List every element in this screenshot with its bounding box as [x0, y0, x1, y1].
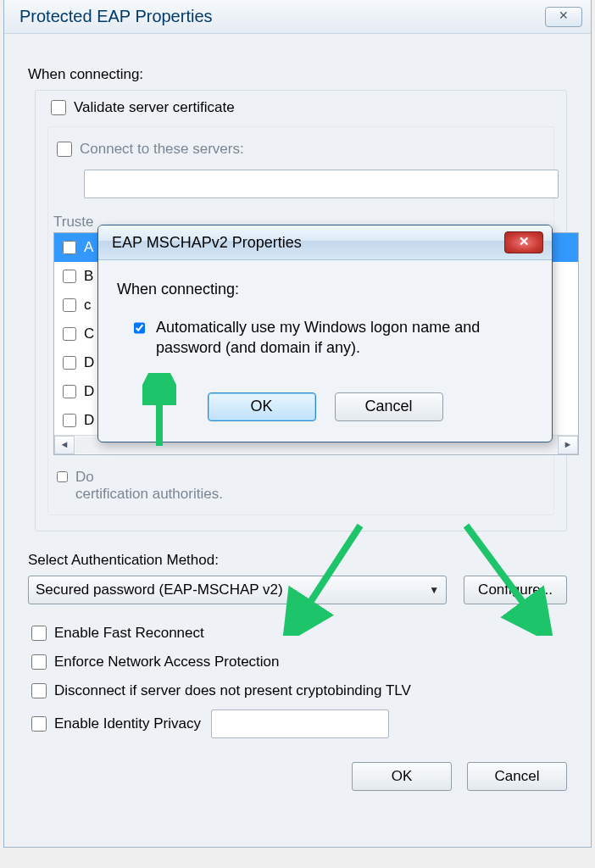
- list-item-checkbox[interactable]: [63, 356, 76, 370]
- dont-prompt-label: Do certification authorities.: [75, 469, 223, 503]
- eap-mschapv2-dialog: EAP MSCHAPv2 Properties ✕ When connectin…: [97, 225, 553, 442]
- cryptobinding-label: Disconnect if server does not present cr…: [54, 682, 411, 699]
- list-item-checkbox[interactable]: [63, 241, 76, 254]
- auth-method-value: Secured password (EAP-MSCHAP v2): [36, 581, 283, 598]
- list-item-label: A: [84, 239, 93, 256]
- list-item-checkbox[interactable]: [63, 270, 76, 283]
- nap-checkbox[interactable]: [31, 654, 47, 670]
- chevron-down-icon: ▼: [429, 584, 439, 596]
- cryptobinding-checkbox[interactable]: [31, 683, 47, 698]
- validate-certificate-checkbox[interactable]: [51, 100, 66, 115]
- dialog-titlebar: EAP MSCHAPv2 Properties ✕: [98, 225, 552, 260]
- list-item-checkbox[interactable]: [63, 327, 76, 341]
- list-item-label: B: [84, 268, 93, 285]
- fast-reconnect-label: Enable Fast Reconnect: [54, 625, 204, 642]
- dialog-title: EAP MSCHAPv2 Properties: [112, 234, 302, 252]
- auth-method-label: Select Authentication Method:: [28, 552, 574, 569]
- dont-prompt-checkbox[interactable]: [57, 471, 68, 482]
- auth-method-combobox[interactable]: Secured password (EAP-MSCHAP v2) ▼: [28, 576, 447, 604]
- scroll-left-button[interactable]: ◄: [54, 436, 75, 454]
- nap-label: Enforce Network Access Protection: [54, 654, 280, 670]
- connect-servers-checkbox[interactable]: [57, 142, 72, 157]
- connect-servers-input[interactable]: [84, 170, 559, 198]
- fast-reconnect-checkbox[interactable]: [31, 626, 47, 641]
- dialog-ok-button[interactable]: OK: [208, 392, 316, 421]
- list-item-label: D: [84, 354, 94, 371]
- connect-servers-label: Connect to these servers:: [80, 141, 244, 158]
- configure-button[interactable]: Configure...: [464, 576, 567, 604]
- list-item-label: C: [84, 326, 94, 342]
- validate-certificate-label: Validate server certificate: [74, 99, 235, 116]
- window-titlebar: Protected EAP Properties ✕: [4, 0, 591, 34]
- scroll-right-button[interactable]: ►: [558, 436, 578, 454]
- list-item-label: D: [84, 383, 94, 400]
- when-connecting-label: When connecting:: [28, 66, 574, 83]
- list-item-checkbox[interactable]: [63, 298, 76, 312]
- list-item-label: D: [84, 412, 94, 429]
- dialog-when-connecting-label: When connecting:: [117, 281, 533, 298]
- dialog-body: When connecting: Automatically use my Wi…: [98, 260, 552, 442]
- list-item-label: c: [84, 297, 92, 314]
- list-item-checkbox[interactable]: [63, 385, 76, 398]
- cancel-button[interactable]: Cancel: [467, 762, 567, 791]
- dont-prompt-line2: certification authorities.: [75, 486, 223, 502]
- identity-privacy-checkbox[interactable]: [31, 716, 47, 732]
- auto-logon-checkbox[interactable]: [134, 320, 145, 336]
- dialog-cancel-button[interactable]: Cancel: [335, 392, 443, 421]
- auto-logon-label: Automatically use my Windows logon name …: [156, 317, 533, 359]
- window-title: Protected EAP Properties: [19, 7, 213, 26]
- ok-button[interactable]: OK: [352, 762, 452, 791]
- window-close-button[interactable]: ✕: [545, 7, 582, 27]
- list-item-checkbox[interactable]: [63, 414, 76, 427]
- dialog-close-button[interactable]: ✕: [504, 231, 543, 253]
- identity-privacy-label: Enable Identity Privacy: [54, 715, 201, 732]
- identity-privacy-input[interactable]: [211, 709, 389, 738]
- dont-prompt-line1: Do: [75, 469, 94, 485]
